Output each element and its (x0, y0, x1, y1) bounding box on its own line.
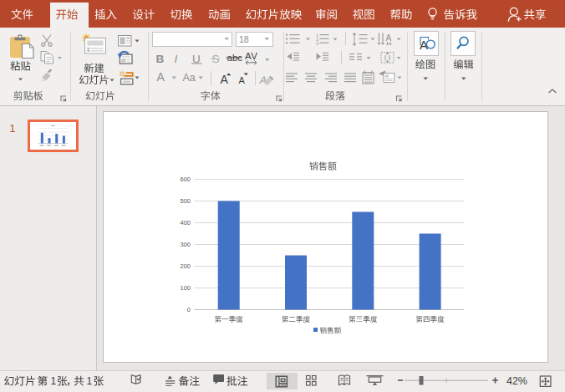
svg-text:1: 1 (87, 375, 93, 387)
svg-text:A: A (239, 75, 246, 85)
svg-text:500: 500 (180, 197, 191, 205)
svg-text:300: 300 (180, 241, 191, 248)
svg-text:400: 400 (180, 219, 191, 227)
svg-text:1: 1 (9, 122, 15, 135)
svg-text:100: 100 (180, 284, 191, 292)
svg-text:A: A (157, 70, 165, 84)
svg-text:B: B (156, 53, 165, 65)
svg-text:1: 1 (51, 375, 57, 387)
svg-text:600: 600 (180, 176, 191, 183)
svg-text:Aa: Aa (183, 72, 196, 84)
svg-text:18: 18 (239, 34, 249, 44)
svg-text:200: 200 (180, 262, 191, 270)
svg-text:0: 0 (187, 306, 191, 313)
svg-text:I: I (175, 53, 178, 65)
svg-text:AV: AV (245, 51, 258, 61)
svg-text:42%: 42% (506, 375, 527, 387)
svg-text:3: 3 (316, 41, 318, 46)
svg-text:A: A (386, 33, 392, 43)
